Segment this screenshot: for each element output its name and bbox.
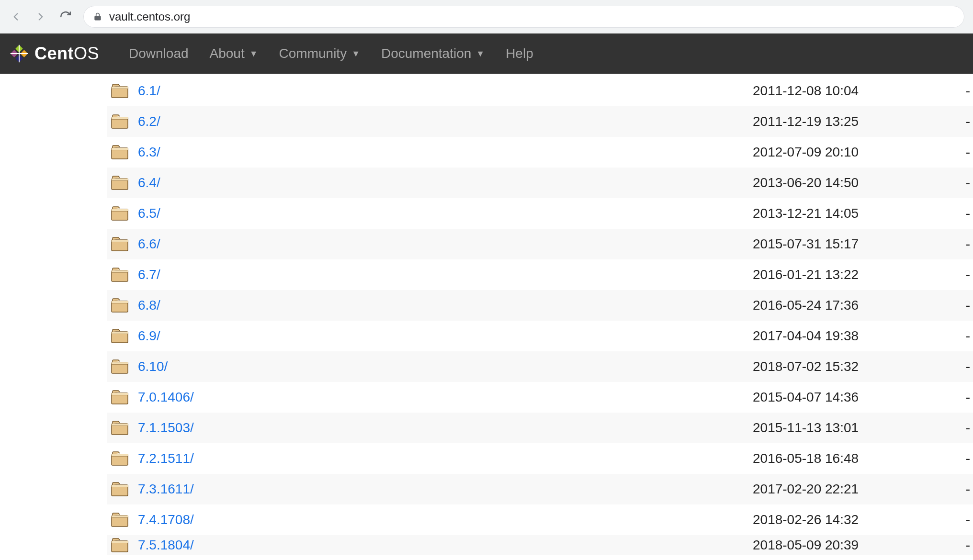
modified-date: 2012-07-09 20:10 bbox=[753, 145, 959, 160]
dir-link[interactable]: 6.10/ bbox=[138, 359, 753, 374]
folder-icon bbox=[111, 359, 138, 374]
modified-date: 2016-01-21 13:22 bbox=[753, 267, 959, 282]
svg-rect-18 bbox=[112, 240, 128, 242]
modified-date: 2018-05-09 20:39 bbox=[753, 538, 959, 553]
file-size: - bbox=[959, 328, 973, 344]
dir-link[interactable]: 6.5/ bbox=[138, 206, 753, 221]
table-row: 6.2/2011-12-19 13:25- bbox=[107, 106, 973, 137]
folder-icon bbox=[111, 538, 138, 552]
dir-link[interactable]: 6.6/ bbox=[138, 236, 753, 252]
folder-icon bbox=[111, 390, 138, 404]
table-row: 6.6/2015-07-31 15:17- bbox=[107, 229, 973, 259]
table-row: 6.9/2017-04-04 19:38- bbox=[107, 321, 973, 351]
dir-link[interactable]: 7.2.1511/ bbox=[138, 451, 753, 466]
folder-icon bbox=[111, 237, 138, 251]
modified-date: 2011-12-08 10:04 bbox=[753, 83, 959, 99]
folder-icon bbox=[111, 176, 138, 190]
table-row: 7.3.1611/2017-02-20 22:21- bbox=[107, 474, 973, 504]
folder-icon bbox=[111, 513, 138, 527]
modified-date: 2015-11-13 13:01 bbox=[753, 420, 959, 436]
dir-link[interactable]: 6.8/ bbox=[138, 298, 753, 313]
file-size: - bbox=[959, 512, 973, 527]
dir-link[interactable]: 7.4.1708/ bbox=[138, 512, 753, 527]
folder-icon bbox=[111, 114, 138, 129]
folder-icon bbox=[111, 451, 138, 466]
folder-icon bbox=[111, 145, 138, 159]
dir-link[interactable]: 6.7/ bbox=[138, 267, 753, 282]
url-text: vault.centos.org bbox=[109, 10, 190, 23]
svg-rect-30 bbox=[112, 424, 128, 426]
folder-icon bbox=[111, 329, 138, 343]
file-size: - bbox=[959, 206, 973, 221]
table-row: 7.5.1804/2018-05-09 20:39- bbox=[107, 535, 973, 555]
folder-icon bbox=[111, 421, 138, 435]
file-size: - bbox=[959, 451, 973, 466]
dir-link[interactable]: 7.1.1503/ bbox=[138, 420, 753, 436]
table-row: 6.1/2011-12-08 10:04- bbox=[107, 76, 973, 106]
modified-date: 2017-04-04 19:38 bbox=[753, 328, 959, 344]
table-row: 6.8/2016-05-24 17:36- bbox=[107, 290, 973, 321]
brand-logo[interactable]: CentOS bbox=[9, 43, 99, 64]
nav-item-label: Help bbox=[506, 46, 533, 61]
chevron-down-icon: ▼ bbox=[476, 49, 485, 59]
table-row: 7.0.1406/2015-04-07 14:36- bbox=[107, 382, 973, 413]
dir-link[interactable]: 6.2/ bbox=[138, 114, 753, 129]
modified-date: 2013-06-20 14:50 bbox=[753, 175, 959, 190]
folder-icon bbox=[111, 268, 138, 282]
nav-item-label: About bbox=[210, 46, 245, 61]
svg-rect-12 bbox=[112, 148, 128, 150]
file-size: - bbox=[959, 83, 973, 99]
file-size: - bbox=[959, 538, 973, 553]
modified-date: 2016-05-24 17:36 bbox=[753, 298, 959, 313]
file-size: - bbox=[959, 114, 973, 129]
centos-logo-icon bbox=[9, 43, 30, 64]
file-size: - bbox=[959, 298, 973, 313]
file-size: - bbox=[959, 236, 973, 252]
table-row: 6.10/2018-07-02 15:32- bbox=[107, 351, 973, 382]
back-button[interactable] bbox=[9, 10, 23, 24]
nav-item-label: Documentation bbox=[381, 46, 471, 61]
file-size: - bbox=[959, 482, 973, 497]
svg-rect-24 bbox=[112, 332, 128, 334]
table-row: 6.3/2012-07-09 20:10- bbox=[107, 137, 973, 168]
folder-icon bbox=[111, 298, 138, 313]
table-row: 7.1.1503/2015-11-13 13:01- bbox=[107, 413, 973, 443]
modified-date: 2017-02-20 22:21 bbox=[753, 482, 959, 497]
site-header: CentOS DownloadAbout▼Community▼Documenta… bbox=[0, 34, 973, 74]
dir-link[interactable]: 6.9/ bbox=[138, 328, 753, 344]
nav-item-download[interactable]: Download bbox=[120, 41, 197, 66]
brand-text: CentOS bbox=[34, 44, 99, 64]
table-row: 6.5/2013-12-21 14:05- bbox=[107, 198, 973, 229]
address-bar[interactable]: vault.centos.org bbox=[83, 6, 964, 28]
table-row: 7.4.1708/2018-02-26 14:32- bbox=[107, 504, 973, 535]
modified-date: 2015-07-31 15:17 bbox=[753, 236, 959, 252]
forward-button[interactable] bbox=[34, 10, 48, 24]
dir-link[interactable]: 7.3.1611/ bbox=[138, 482, 753, 497]
reload-button[interactable] bbox=[58, 10, 73, 24]
nav-item-label: Community bbox=[279, 46, 347, 61]
dir-link[interactable]: 7.0.1406/ bbox=[138, 390, 753, 405]
nav-item-community[interactable]: Community▼ bbox=[271, 41, 369, 66]
dir-link[interactable]: 6.1/ bbox=[138, 83, 753, 99]
directory-listing: 6.1/2011-12-08 10:04- 6.2/2011-12-19 13:… bbox=[0, 74, 973, 555]
svg-rect-32 bbox=[112, 454, 128, 456]
folder-icon bbox=[111, 482, 138, 496]
browser-toolbar: vault.centos.org bbox=[0, 0, 973, 34]
modified-date: 2011-12-19 13:25 bbox=[753, 114, 959, 129]
nav-item-about[interactable]: About▼ bbox=[201, 41, 267, 66]
modified-date: 2015-04-07 14:36 bbox=[753, 390, 959, 405]
svg-rect-20 bbox=[112, 270, 128, 272]
nav-item-help[interactable]: Help bbox=[497, 41, 542, 66]
dir-link[interactable]: 6.4/ bbox=[138, 175, 753, 190]
nav-item-documentation[interactable]: Documentation▼ bbox=[373, 41, 493, 66]
file-size: - bbox=[959, 420, 973, 436]
svg-rect-10 bbox=[112, 117, 128, 119]
file-size: - bbox=[959, 390, 973, 405]
chevron-down-icon: ▼ bbox=[249, 49, 258, 59]
file-size: - bbox=[959, 175, 973, 190]
dir-link[interactable]: 7.5.1804/ bbox=[138, 538, 753, 553]
modified-date: 2013-12-21 14:05 bbox=[753, 206, 959, 221]
dir-link[interactable]: 6.3/ bbox=[138, 145, 753, 160]
svg-rect-16 bbox=[112, 209, 128, 211]
svg-rect-22 bbox=[112, 301, 128, 303]
